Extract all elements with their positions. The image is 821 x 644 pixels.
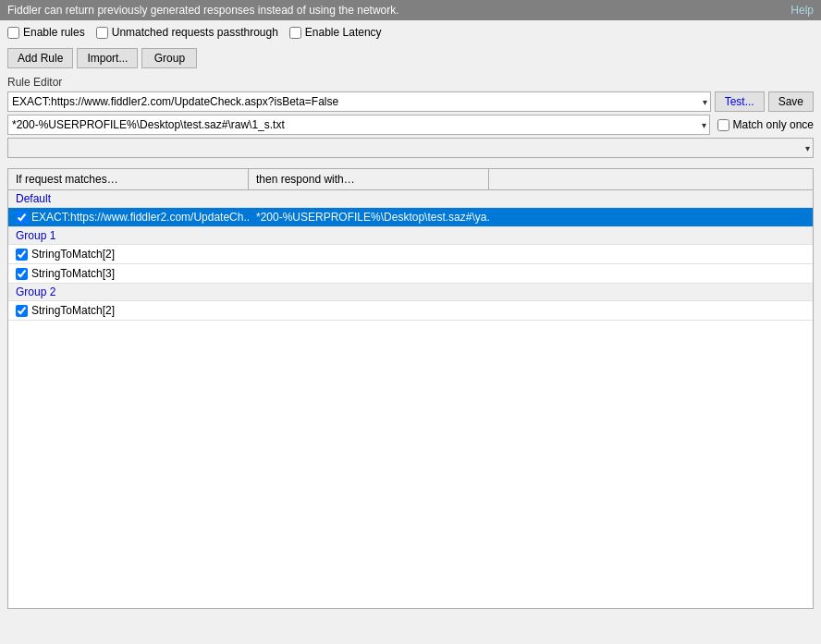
add-rule-button[interactable]: Add Rule <box>7 48 73 68</box>
row-checkbox[interactable] <box>16 305 28 317</box>
unmatched-passthrough-checkbox[interactable] <box>96 27 108 39</box>
cell-match: StringToMatch[3] <box>8 264 249 283</box>
response-input[interactable] <box>7 115 710 135</box>
table-row[interactable]: StringToMatch[2] <box>8 245 813 264</box>
toolbar-row: Enable rules Unmatched requests passthro… <box>0 20 821 44</box>
table-row[interactable]: StringToMatch[2] <box>8 301 813 321</box>
rule-editor-section: Rule Editor Test... Save Match only once <box>0 72 821 164</box>
row-checkbox[interactable] <box>16 249 28 261</box>
top-bar: Fiddler can return previously generated … <box>0 0 821 20</box>
group-1: Group 1 <box>8 227 813 245</box>
cell-respond: *200-%USERPROFILE%\Desktop\test.saz#\ya.… <box>249 208 489 226</box>
group-default: Default <box>8 190 813 208</box>
response-input-row: Match only once <box>7 115 814 135</box>
top-bar-message: Fiddler can return previously generated … <box>7 4 399 17</box>
buttons-row: Add Rule Import... Group <box>0 44 821 72</box>
cell-extra <box>489 208 813 226</box>
group-button[interactable]: Group <box>141 48 197 68</box>
cell-extra <box>489 301 813 320</box>
enable-rules-checkbox[interactable] <box>7 27 19 39</box>
enable-latency-checkbox[interactable] <box>289 27 301 39</box>
cell-respond <box>249 245 489 263</box>
empty-select-wrapper <box>7 138 814 158</box>
table-header-extra <box>489 169 813 189</box>
cell-respond <box>249 301 489 320</box>
enable-latency-checkbox-label[interactable]: Enable Latency <box>289 26 382 39</box>
import-button[interactable]: Import... <box>77 48 138 68</box>
match-once-checkbox[interactable] <box>717 119 729 131</box>
cell-match: StringToMatch[2] <box>8 245 249 263</box>
cell-extra <box>489 264 813 283</box>
cell-extra <box>489 245 813 263</box>
empty-input-row <box>7 138 814 158</box>
save-button[interactable]: Save <box>768 91 814 112</box>
response-select-wrapper <box>7 115 710 135</box>
cell-match: EXACT:https://www.fiddler2.com/UpdateCh.… <box>8 208 249 226</box>
enable-rules-label: Enable rules <box>23 26 85 39</box>
url-select-wrapper <box>7 91 711 112</box>
cell-match: StringToMatch[2] <box>8 301 249 320</box>
test-button[interactable]: Test... <box>715 91 765 112</box>
table-header-match: If request matches… <box>8 169 249 189</box>
row-checkbox[interactable] <box>16 212 28 224</box>
table-header-respond: then respond with… <box>249 169 489 189</box>
table-row[interactable]: EXACT:https://www.fiddler2.com/UpdateCh.… <box>8 208 813 227</box>
url-input-row: Test... Save <box>7 91 814 112</box>
enable-rules-checkbox-label[interactable]: Enable rules <box>7 26 85 39</box>
cell-respond <box>249 264 489 283</box>
url-input[interactable] <box>7 91 711 112</box>
unmatched-passthrough-checkbox-label[interactable]: Unmatched requests passthrough <box>96 26 278 39</box>
empty-input[interactable] <box>7 138 814 158</box>
table-header: If request matches… then respond with… <box>8 169 813 190</box>
row-checkbox[interactable] <box>16 268 28 280</box>
rule-editor-label: Rule Editor <box>7 76 814 89</box>
match-once-row: Match only once <box>717 118 814 131</box>
unmatched-passthrough-label: Unmatched requests passthrough <box>112 26 278 39</box>
table-section: If request matches… then respond with… D… <box>7 168 814 609</box>
match-once-label: Match only once <box>733 118 814 131</box>
table-row[interactable]: StringToMatch[3] <box>8 264 813 284</box>
help-link[interactable]: Help <box>790 4 814 17</box>
group-2: Group 2 <box>8 284 813 301</box>
enable-latency-label: Enable Latency <box>305 26 382 39</box>
